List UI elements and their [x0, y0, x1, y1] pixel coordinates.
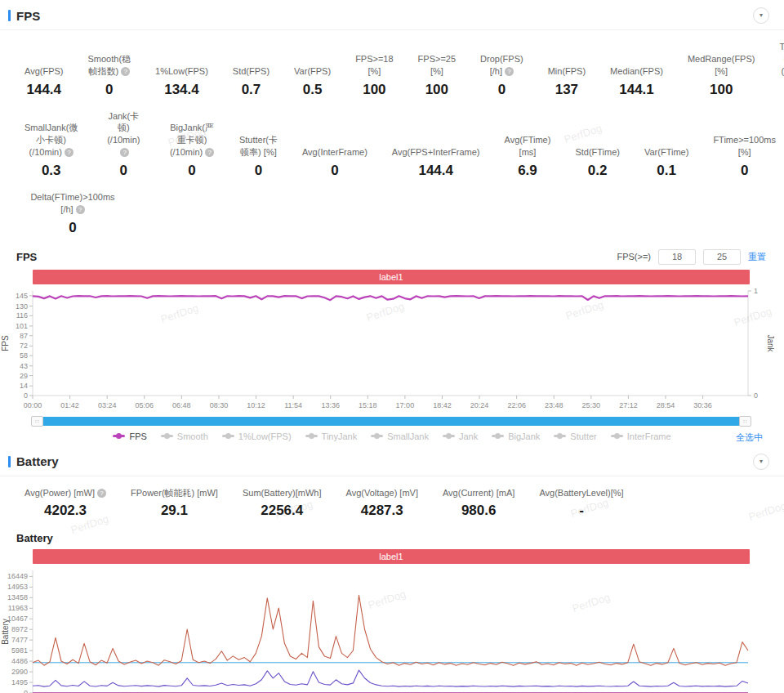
stat-label: Avg(FPS) — [24, 65, 63, 78]
stat-label: Sum(Battery)[mWh] — [243, 487, 322, 499]
svg-text:0: 0 — [754, 391, 758, 400]
legend-label: Stutter — [570, 431, 596, 441]
help-icon[interactable]: ? — [97, 489, 106, 498]
svg-text:01:42: 01:42 — [60, 401, 79, 409]
stat-value: 4202.3 — [24, 503, 106, 519]
stat-value: 100 — [355, 82, 393, 98]
stat-value: 137 — [548, 82, 586, 98]
stat-label: Jank(卡顿) (/10min)? — [102, 110, 145, 159]
svg-text:58: 58 — [20, 351, 28, 360]
legend-item-interframe[interactable]: InterFrame — [611, 431, 671, 441]
svg-text:0: 0 — [24, 689, 28, 693]
stat-value: 0 — [24, 220, 121, 236]
help-icon[interactable]: ? — [65, 148, 74, 157]
legend-item-tinyjank[interactable]: TinyJank — [305, 431, 358, 441]
svg-text:Battery: Battery — [1, 619, 10, 646]
help-icon[interactable]: ? — [76, 205, 85, 214]
legend-item-smooth[interactable]: Smooth — [161, 431, 208, 441]
legend-item-1-low-fps-[interactable]: 1%Low(FPS) — [222, 431, 292, 441]
fps-select-all-link[interactable]: 全选中 — [736, 431, 763, 444]
svg-text:FPS: FPS — [1, 335, 10, 351]
stat-value: - — [539, 503, 623, 519]
legend-item-fps[interactable]: FPS — [113, 431, 146, 441]
stat-item: Std(FPS)0.7 — [233, 65, 270, 98]
fps-chart-scrollbar[interactable]: ∷ ∷ — [33, 417, 750, 426]
svg-text:13458: 13458 — [7, 594, 28, 602]
stat-value: 4 — [779, 82, 784, 98]
legend-label: Smooth — [177, 431, 208, 441]
stat-label: Delta(FTime)>100ms [/h]? — [24, 191, 121, 216]
legend-item-smalljank[interactable]: SmallJank — [371, 431, 429, 441]
stat-item: SmallJank(微小卡顿) (/10min)?0.3 — [24, 122, 78, 179]
legend-label: TinyJank — [322, 431, 358, 441]
svg-text:06:48: 06:48 — [172, 401, 191, 409]
stat-label: Std(FTime) — [575, 146, 620, 159]
fps-stats-row-2: SmallJank(微小卡顿) (/10min)?0.3Jank(卡顿) (/1… — [0, 100, 784, 181]
svg-text:25:30: 25:30 — [582, 401, 601, 409]
battery-chart-header: Battery — [0, 521, 784, 549]
legend-marker-icon — [554, 435, 566, 437]
stat-label: Avg(Power) [mW]? — [24, 487, 106, 499]
stat-value: 0 — [239, 163, 278, 179]
fps-collapse-button[interactable]: ▾ — [753, 7, 769, 24]
stat-item: Min(FPS)137 — [548, 65, 586, 98]
svg-text:14: 14 — [20, 382, 28, 390]
help-icon[interactable]: ? — [205, 148, 214, 157]
stat-item: Jank(卡顿) (/10min)?0 — [102, 110, 145, 179]
fps-threshold-low-input[interactable] — [658, 249, 696, 265]
stat-value: 0.2 — [575, 163, 620, 179]
perfdog-report-page: FPS ▾ Avg(FPS)144.4Smooth(稳帧指数)?01%Low(F… — [0, 0, 784, 693]
legend-item-stutter[interactable]: Stutter — [554, 431, 596, 441]
legend-label: SmallJank — [387, 431, 429, 441]
fps-chart: 0142943587287101116130145FPS01Jank00:000… — [0, 284, 784, 415]
svg-text:29: 29 — [20, 371, 28, 379]
svg-text:43: 43 — [20, 361, 28, 369]
legend-marker-icon — [222, 435, 234, 437]
fps-threshold-controls: FPS(>=) 重置 — [617, 249, 766, 265]
help-icon[interactable]: ? — [121, 67, 130, 76]
stat-value: 144.1 — [610, 82, 663, 98]
stat-label: Avg(InterFrame) — [302, 146, 368, 159]
svg-text:08:30: 08:30 — [210, 401, 229, 409]
chevron-down-icon: ▾ — [760, 12, 763, 19]
fps-threshold-label: FPS(>=) — [617, 252, 651, 262]
svg-text:27:12: 27:12 — [619, 401, 638, 409]
legend-marker-icon — [113, 435, 125, 437]
stat-label: Avg(FPS+InterFrame) — [392, 146, 480, 159]
legend-label: 1%Low(FPS) — [238, 431, 292, 441]
stat-value: 0.1 — [644, 163, 688, 179]
battery-stats-row: Avg(Power) [mW]?4202.3FPower(帧能耗) [mW]29… — [0, 476, 784, 521]
stat-item: BigJank(严重卡顿) (/10min)?0 — [169, 122, 215, 179]
fps-threshold-reset-link[interactable]: 重置 — [748, 251, 766, 263]
stat-item: 1%Low(FPS)134.4 — [155, 65, 208, 98]
stat-label: Std(FPS) — [233, 65, 270, 78]
fps-legend-row: FPSSmooth1%Low(FPS)TinyJankSmallJankJank… — [0, 426, 784, 446]
fps-chart-title: FPS — [16, 251, 37, 263]
stat-label: SmallJank(微小卡顿) (/10min)? — [24, 122, 78, 159]
help-icon[interactable]: ? — [505, 67, 514, 76]
svg-text:20:24: 20:24 — [470, 401, 489, 409]
stat-value: 0.7 — [233, 82, 270, 98]
legend-item-bigjank[interactable]: BigJank — [492, 431, 540, 441]
stat-label: Stutter(卡顿率) [%] — [239, 134, 278, 159]
svg-text:03:24: 03:24 — [98, 401, 117, 409]
stat-item: FTime>=100ms [%]0 — [713, 134, 776, 179]
battery-collapse-button[interactable]: ▾ — [753, 454, 769, 470]
svg-text:87: 87 — [20, 331, 28, 339]
chevron-down-icon: ▾ — [760, 458, 763, 465]
svg-text:30:36: 30:36 — [693, 401, 712, 409]
stat-label: TinyJank(极微小卡顿) (/10min)? — [779, 41, 784, 78]
fps-threshold-high-input[interactable] — [703, 249, 741, 265]
stat-value: 0 — [169, 163, 215, 179]
battery-section: Battery ▾ Avg(Power) [mW]?4202.3FPower(帧… — [0, 446, 784, 693]
stat-item: Stutter(卡顿率) [%]0 — [239, 134, 278, 179]
stat-item: MedRange(FPS)[%]100 — [688, 53, 755, 98]
stat-value: 29.1 — [131, 503, 218, 519]
stat-label: BigJank(严重卡顿) (/10min)? — [169, 122, 215, 159]
stat-label: MedRange(FPS)[%] — [688, 53, 755, 78]
svg-text:8972: 8972 — [11, 626, 28, 634]
battery-label1-bar: label1 — [33, 549, 750, 564]
svg-text:13:36: 13:36 — [321, 401, 340, 409]
help-icon[interactable]: ? — [120, 148, 129, 157]
legend-item-jank[interactable]: Jank — [443, 431, 478, 441]
